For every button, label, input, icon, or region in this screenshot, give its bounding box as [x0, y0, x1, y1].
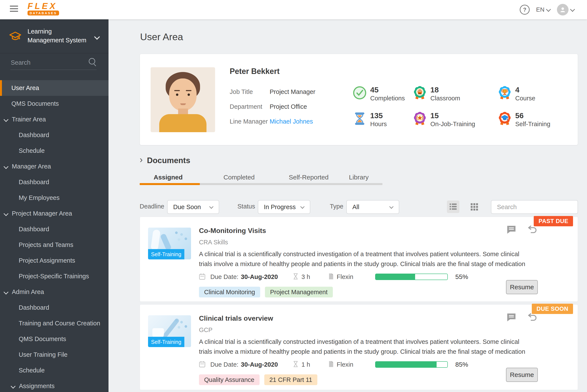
stat-on-job-training: 15 On-Job-Training [413, 112, 475, 128]
sidebar-item-pm-dashboard[interactable]: Dashboard [0, 221, 108, 237]
course-thumbnail[interactable]: Self-Training [148, 315, 191, 347]
tag-21-cfr-part-11[interactable]: 21 CFR Part 11 [264, 374, 317, 385]
course-description: A clinical trial is a scientifically con… [199, 249, 529, 269]
grid-view-icon [470, 202, 479, 211]
graduation-cap-icon [8, 30, 22, 43]
flex-databases-logo[interactable]: FLEX DATABASES [27, 2, 59, 16]
tab-completed[interactable]: Completed [223, 174, 255, 181]
hourglass-icon [353, 112, 367, 126]
chevron-down-icon [11, 384, 16, 388]
sidebar-item-training-and-course-creation[interactable]: Training and Course Creation [0, 316, 108, 331]
course-title[interactable]: Clinical trials overview [199, 314, 273, 322]
sidebar-item-projects-and-teams[interactable]: Projects and Teams [0, 237, 108, 253]
comment-icon[interactable] [507, 312, 516, 322]
sidebar-item-user-training-file[interactable]: User Training File [0, 347, 108, 362]
file-icon [327, 360, 335, 369]
sidebar-group-admin-area[interactable]: Admin Area [0, 284, 108, 300]
duration-hourglass-icon [292, 360, 299, 369]
tag-clinical-monitoring[interactable]: Clinical Monitoring [199, 287, 260, 298]
sidebar-item-project-assignments[interactable]: Project Assignments [0, 253, 108, 268]
progress-bar [375, 361, 448, 368]
badge-wreath-icon [413, 112, 427, 126]
sidebar-group-assignments[interactable]: Assignments [0, 378, 108, 392]
duration-value: 1 h [301, 361, 310, 370]
course-thumbnail[interactable]: Self-Training [148, 228, 191, 260]
comment-icon[interactable] [507, 224, 516, 234]
sidebar-item-admin-dashboard[interactable]: Dashboard [0, 300, 108, 316]
deadline-label: Deadline [140, 203, 164, 210]
sidebar-item-trainer-dashboard[interactable]: Dashboard [0, 127, 108, 143]
chevron-down-icon [4, 211, 8, 216]
grid-view-button[interactable] [468, 200, 481, 213]
stat-self-training: 56 Self-Training [498, 112, 550, 128]
sidebar: Learning Management System User Area QMS… [0, 19, 108, 392]
documents-search-input[interactable] [491, 200, 578, 214]
course-category: GCP [199, 326, 212, 334]
due-date-label: Due Date: [210, 361, 238, 370]
undo-icon[interactable] [527, 312, 537, 322]
undo-icon[interactable] [527, 224, 537, 234]
progress-percent: 85% [455, 361, 468, 368]
tab-library[interactable]: Library [349, 174, 369, 181]
stat-hours: 135 Hours [353, 112, 387, 128]
sidebar-item-user-area[interactable]: User Area [0, 80, 108, 96]
tag-quality-assurance[interactable]: Quality Assurance [199, 374, 260, 385]
status-select[interactable]: In Progress [258, 200, 310, 214]
training-type-chip: Self-Training [148, 249, 184, 260]
sidebar-item-trainer-schedule[interactable]: Schedule [0, 143, 108, 158]
course-title[interactable]: Co-Monitoring Visits [199, 227, 266, 235]
resume-button[interactable]: Resume [506, 368, 538, 382]
sidebar-item-manager-dashboard[interactable]: Dashboard [0, 174, 108, 190]
chevron-down-icon [570, 7, 575, 12]
stat-course: 4 Course [498, 86, 536, 102]
sidebar-item-qms-documents[interactable]: QMS Documents [0, 96, 108, 112]
sidebar-nav: User Area QMS Documents Trainer Area Das… [0, 75, 108, 392]
main-content: User Area Peter Bekkert Job Title Projec… [140, 0, 578, 392]
search-icon[interactable] [89, 58, 95, 64]
sidebar-search [0, 53, 108, 75]
line-manager-link[interactable]: Michael Johnes [270, 118, 313, 125]
tab-underline-track [140, 183, 382, 185]
profile-card: Peter Bekkert Job Title Project Manager … [140, 54, 578, 145]
topbar-actions: ? EN [520, 0, 575, 19]
logo-text-flex: FLEX [27, 2, 59, 10]
language-label: EN [536, 6, 545, 13]
sidebar-item-my-employees[interactable]: My Employees [0, 190, 108, 206]
type-select[interactable]: All [346, 200, 399, 214]
sidebar-module-header[interactable]: Learning Management System [0, 19, 108, 53]
page-title: User Area [140, 32, 183, 42]
file-icon [327, 273, 335, 281]
sidebar-item-admin-qms-documents[interactable]: QMS Documents [0, 331, 108, 347]
logo-text-databases: DATABASES [27, 10, 59, 16]
sidebar-group-project-manager-area[interactable]: Project Manager Area [0, 206, 108, 221]
deadline-select[interactable]: Due Soon [167, 200, 219, 214]
sidebar-group-manager-area[interactable]: Manager Area [0, 158, 108, 174]
stat-completions: 45 Completions [353, 86, 405, 102]
duration-value: 3 h [301, 273, 310, 282]
status-label: Status [237, 203, 255, 210]
due-date-value: 30-Aug-2020 [241, 361, 278, 370]
user-menu[interactable] [557, 4, 575, 16]
progress-percent: 55% [455, 273, 468, 280]
help-icon[interactable]: ? [520, 5, 530, 14]
sidebar-item-admin-schedule[interactable]: Schedule [0, 362, 108, 378]
chevron-down-icon [4, 164, 8, 169]
resume-button[interactable]: Resume [506, 280, 538, 294]
tab-assigned[interactable]: Assigned [154, 174, 183, 181]
training-type-chip: Self-Training [148, 337, 184, 347]
sidebar-group-trainer-area[interactable]: Trainer Area [0, 112, 108, 127]
document-card-clinical-trials-overview[interactable]: DUE SOON Self-Training Clinical trials o… [140, 304, 578, 390]
list-view-icon [449, 202, 458, 211]
user-name: Peter Bekkert [230, 67, 280, 76]
tag-project-management[interactable]: Project Management [265, 287, 333, 298]
language-selector[interactable]: EN [536, 6, 551, 13]
list-view-button[interactable] [447, 200, 459, 213]
sidebar-item-project-specific-trainings[interactable]: Project-Specific Trainings [0, 268, 108, 284]
badge-owl-icon [413, 86, 427, 100]
sidebar-search-input[interactable] [10, 59, 82, 66]
hamburger-menu-icon[interactable] [10, 6, 18, 13]
document-card-co-monitoring-visits[interactable]: PAST DUE Self-Training Co-Monitoring Vis… [140, 217, 578, 302]
chevron-down-icon [94, 34, 100, 40]
documents-section-header[interactable]: › Documents [140, 156, 190, 165]
tab-self-reported[interactable]: Self-Reported [289, 174, 329, 181]
